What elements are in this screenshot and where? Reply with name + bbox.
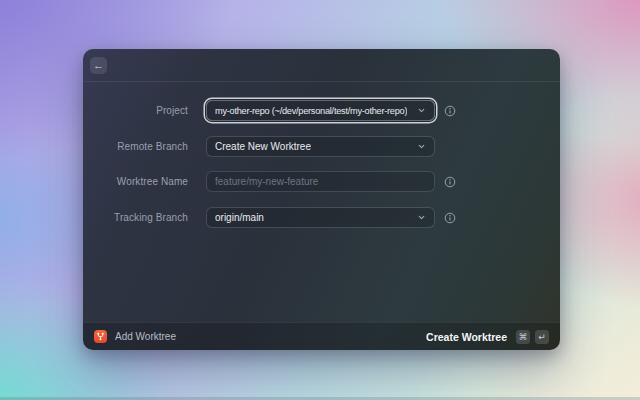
tracking-branch-select[interactable]: origin/main [206,207,435,228]
worktree-name-input[interactable] [206,171,435,192]
footer-actions: Create Worktree ⌘ ↵ [426,330,549,344]
dialog-header: ← [83,49,560,82]
desktop-background: ← Project my-other-repo (~/dev/personal/… [0,0,640,400]
remote-branch-select-value: Create New Worktree [215,141,311,152]
tracking-branch-info-icon[interactable] [443,211,456,224]
back-arrow-icon: ← [93,59,104,71]
remote-branch-row: Remote Branch Create New Worktree [83,136,560,157]
chevron-down-icon [413,142,426,151]
remote-branch-select[interactable]: Create New Worktree [206,136,435,157]
git-branch-icon [94,330,107,343]
project-label: Project [83,100,188,121]
create-worktree-button[interactable]: Create Worktree [426,331,507,343]
chevron-down-icon [413,106,426,115]
remote-branch-label: Remote Branch [83,136,188,157]
project-select-value: my-other-repo (~/dev/personal/test/my-ot… [215,106,407,116]
worktree-name-row: Worktree Name [83,171,560,192]
tracking-branch-row: Tracking Branch origin/main [83,207,560,228]
worktree-name-label: Worktree Name [83,171,188,192]
tracking-branch-label: Tracking Branch [83,207,188,228]
tracking-branch-select-value: origin/main [215,212,264,223]
dialog-footer: Add Worktree Create Worktree ⌘ ↵ [83,322,560,350]
command-key-icon[interactable]: ⌘ [516,330,530,344]
chevron-down-icon [413,213,426,222]
worktree-name-info-icon[interactable] [443,175,456,188]
back-button[interactable]: ← [90,57,107,74]
footer-app-name: Add Worktree [115,331,176,342]
return-key-icon[interactable]: ↵ [535,330,549,344]
project-info-icon[interactable] [443,104,456,117]
add-worktree-dialog: ← Project my-other-repo (~/dev/personal/… [83,49,560,350]
project-row: Project my-other-repo (~/dev/personal/te… [83,100,560,121]
project-select[interactable]: my-other-repo (~/dev/personal/test/my-ot… [206,100,435,121]
